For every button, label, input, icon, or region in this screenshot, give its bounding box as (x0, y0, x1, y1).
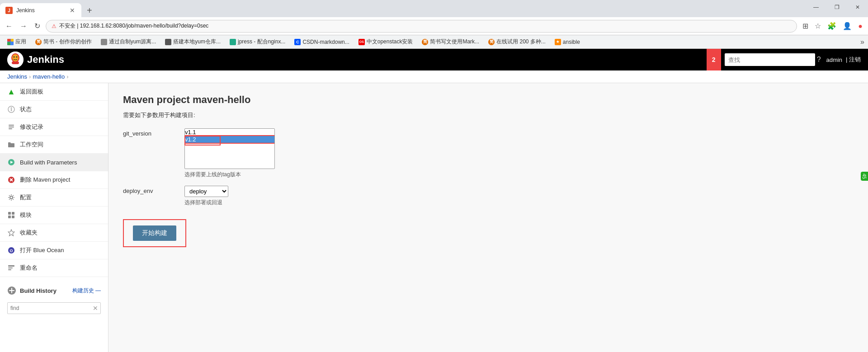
svg-point-4 (16, 56, 18, 58)
tab-bar: J Jenkins ✕ + — ❐ ✕ (0, 0, 868, 17)
sidebar-item-return-label: 返回面板 (20, 88, 43, 96)
svg-rect-21 (12, 216, 14, 218)
edit-icon (7, 123, 15, 131)
breadcrumb-sep-2: › (66, 73, 68, 80)
sidebar-item-workspace[interactable]: 工作空间 (0, 136, 108, 154)
ocean-icon: O (7, 246, 15, 254)
sidebar-item-rename[interactable]: 重命名 (0, 259, 108, 277)
sidebar-item-delete-label: 删除 Maven project (20, 176, 70, 184)
forward-button[interactable]: → (18, 20, 29, 32)
jenkins-logo-icon (7, 52, 24, 68)
build-icon (7, 158, 15, 166)
sidebar-item-configure[interactable]: 配置 (0, 189, 108, 207)
bookmark-jianshu2[interactable]: 简 简书写文使用Mark... (418, 37, 483, 47)
build-history-icon (7, 286, 16, 295)
bookmark-jpress-label: jpress - 配合nginx... (238, 38, 285, 46)
notification-badge[interactable]: 2 (707, 49, 721, 70)
sidebar-item-blue-ocean[interactable]: O 打开 Blue Ocean (0, 242, 108, 259)
tab-close-button[interactable]: ✕ (69, 6, 76, 15)
back-button[interactable]: ← (4, 20, 14, 32)
listbox-option-empty2[interactable] (185, 150, 274, 157)
build-button[interactable]: 开始构建 (133, 225, 176, 241)
active-tab[interactable]: J Jenkins ✕ (0, 3, 81, 18)
build-history-link[interactable]: 构建历史 — (72, 287, 101, 295)
sidebar-item-favorites[interactable]: 收藏夹 (0, 224, 108, 242)
bookmark-ansible[interactable]: ★ ansible (551, 38, 584, 47)
bookmark-yum[interactable]: 通过自制yum源离... (97, 37, 160, 47)
sidebar-item-status[interactable]: 状态 (0, 101, 108, 118)
bookmark-ansible-label: ansible (563, 39, 580, 45)
sidebar-item-return[interactable]: ▲ 返回面板 (0, 83, 108, 101)
module-icon (7, 211, 15, 219)
git-version-hint: 选择需要上线的tag版本 (184, 171, 854, 178)
bookmark-openstack-label: 中文openstack安装 (367, 38, 413, 46)
listbox-option-v12[interactable]: v1.2 (185, 136, 274, 143)
extensions-icon[interactable]: 🧩 (826, 20, 838, 32)
bookmark-csdn-label: CSDN-markdown... (302, 39, 349, 45)
bookmark-local-yum-label: 搭建本地yum仓库... (173, 38, 221, 46)
bookmark-jianshu2-label: 简书写文使用Mark... (430, 38, 479, 46)
sidebar-item-modules[interactable]: 模块 (0, 207, 108, 224)
sidebar: ▲ 返回面板 状态 修改记录 工作空间 (0, 83, 108, 352)
bookmarks-bar: 应用 简 简书 - 创作你的创作 通过自制yum源离... 搭建本地yum仓库.… (0, 35, 868, 49)
svg-text:O: O (9, 249, 13, 253)
deploy-env-select[interactable]: deploy rollback (184, 186, 228, 197)
arrow-up-icon: ▲ (7, 88, 15, 96)
bookmark-online-label: 在线试用 200 多种... (496, 38, 546, 46)
find-clear-button[interactable]: ✕ (93, 305, 98, 312)
tab-label: Jenkins (16, 7, 65, 14)
git-version-param-row: git_version v1.1 v1.2 选择需要上线的tag版本 (123, 128, 854, 178)
bookmark-jpress[interactable]: jpress - 配合nginx... (226, 37, 289, 47)
svg-rect-20 (8, 216, 11, 218)
star-icon[interactable]: ☆ (813, 20, 823, 32)
svg-rect-8 (11, 109, 12, 111)
sidebar-item-build-with-params[interactable]: Build with Parameters (0, 154, 108, 171)
menu-icon[interactable]: ● (856, 20, 864, 32)
jenkins-header: Jenkins 2 ? admin | 注销 (0, 49, 868, 70)
svg-rect-5 (12, 61, 19, 64)
svg-rect-25 (8, 265, 14, 267)
search-input[interactable] (725, 53, 815, 66)
url-text: 不安全 | 192.168.1.62:8080/job/maven-hello/… (59, 22, 208, 30)
listbox-option-v11[interactable]: v1.1 (185, 129, 274, 136)
sidebar-item-changes[interactable]: 修改记录 (0, 118, 108, 136)
svg-rect-11 (9, 128, 12, 129)
bookmark-apps[interactable]: 应用 (4, 37, 30, 47)
main-layout: ▲ 返回面板 状态 修改记录 工作空间 (0, 83, 868, 352)
refresh-button[interactable]: ↻ (33, 20, 42, 32)
build-history-header: Build History 构建历史 — (0, 282, 108, 299)
close-button[interactable]: ✕ (847, 0, 868, 14)
jenkins-title: Jenkins (27, 54, 64, 66)
git-version-listbox[interactable]: v1.1 v1.2 (184, 128, 275, 169)
find-input[interactable] (7, 302, 101, 314)
delete-icon (7, 176, 15, 184)
bookmark-openstack[interactable]: OS 中文openstack安装 (355, 37, 417, 47)
breadcrumb-jenkins[interactable]: Jenkins (7, 73, 27, 80)
more-bookmarks-button[interactable]: » (860, 38, 864, 46)
breadcrumb-project[interactable]: maven-hello (33, 73, 65, 80)
svg-point-17 (10, 196, 13, 199)
url-bar[interactable]: ⚠ 不安全 | 192.168.1.62:8080/job/maven-hell… (46, 20, 797, 33)
minimize-button[interactable]: — (806, 0, 826, 14)
bookmark-online[interactable]: 简 在线试用 200 多种... (485, 37, 549, 47)
account-icon[interactable]: 👤 (841, 20, 854, 32)
maximize-button[interactable]: ❐ (826, 0, 847, 14)
bookmark-yum-label: 通过自制yum源离... (109, 38, 156, 46)
browser-window: J Jenkins ✕ + — ❐ ✕ ← → ↻ ⚠ 不安全 | 192.16… (0, 0, 868, 352)
translate-icon[interactable]: ⊞ (801, 20, 810, 32)
git-version-control: v1.1 v1.2 选择需要上线的tag版本 (184, 128, 854, 178)
bookmark-csdn[interactable]: C CSDN-markdown... (291, 38, 353, 47)
new-tab-button[interactable]: + (83, 4, 96, 18)
build-history-title: Build History (20, 287, 57, 294)
help-icon[interactable]: ? (817, 56, 821, 64)
sidebar-item-workspace-label: 工作空间 (20, 141, 43, 149)
sidebar-item-changes-label: 修改记录 (20, 123, 43, 131)
jenkins-logo: Jenkins (7, 52, 64, 68)
listbox-option-empty1[interactable] (185, 143, 274, 150)
sidebar-item-delete[interactable]: 删除 Maven project (0, 171, 108, 189)
svg-rect-19 (12, 212, 14, 215)
svg-marker-22 (8, 230, 14, 236)
bookmark-local-yum[interactable]: 搭建本地yum仓库... (161, 37, 224, 47)
bookmark-jianshu[interactable]: 简 简书 - 创作你的创作 (32, 37, 95, 47)
logout-button[interactable]: | 注销 (846, 56, 861, 64)
